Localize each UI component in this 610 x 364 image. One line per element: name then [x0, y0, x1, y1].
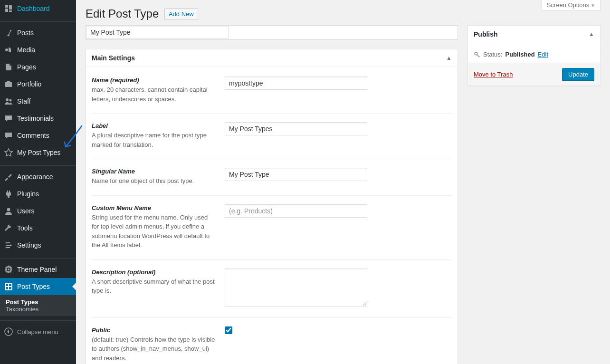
- main-settings-box: Main Settings ▲ Name (required) max. 20 …: [86, 49, 458, 364]
- sidebar-item-appearance[interactable]: Appearance: [0, 168, 76, 185]
- dashboard-icon: [4, 4, 13, 13]
- singular-name-desc: Name for one object of this post type.: [92, 177, 194, 184]
- page-title: Edit Post Type: [86, 0, 159, 25]
- star-icon: [4, 148, 13, 157]
- sidebar-item-media[interactable]: Media: [0, 41, 76, 58]
- custom-menu-name-input[interactable]: [225, 204, 367, 218]
- pin-icon: [4, 28, 13, 38]
- sidebar-item-label: Portfolio: [17, 80, 41, 88]
- sidebar-item-dashboard[interactable]: Dashboard: [0, 0, 76, 17]
- sidebar-item-theme-panel[interactable]: Theme Panel: [0, 261, 76, 278]
- singular-name-label: Singular Name: [92, 168, 215, 175]
- sidebar-item-label: Settings: [17, 241, 41, 249]
- collapse-icon: [4, 327, 13, 336]
- sidebar-item-label: Dashboard: [17, 4, 50, 13]
- custom-menu-name-label: Custom Menu Name: [92, 204, 215, 211]
- testimonials-icon: [4, 114, 13, 123]
- sidebar-item-testimonials[interactable]: Testimonials: [0, 110, 76, 127]
- portfolio-icon: [4, 79, 13, 89]
- toggle-box-icon[interactable]: ▲: [446, 55, 452, 61]
- description-desc: A short descriptive summary of what the …: [92, 278, 215, 295]
- update-button[interactable]: Update: [562, 68, 594, 81]
- label-label: Label: [92, 122, 215, 129]
- toggle-box-icon[interactable]: ▲: [589, 31, 594, 38]
- description-label: Description (optional): [92, 268, 215, 276]
- sidebar-item-users[interactable]: Users: [0, 202, 76, 220]
- label-desc: A plural descriptive name for the post t…: [92, 132, 207, 148]
- sidebar-item-post-types[interactable]: Post Types: [0, 278, 76, 295]
- name-input[interactable]: [225, 77, 367, 90]
- key-icon: [474, 51, 480, 58]
- sidebar-item-label: Tools: [17, 224, 33, 232]
- singular-name-input[interactable]: [225, 168, 367, 181]
- admin-sidebar: Dashboard Posts Media Pages Portfolio St…: [0, 0, 76, 364]
- screen-options-button[interactable]: Screen Options: [542, 0, 600, 11]
- sidebar-item-my-post-types[interactable]: My Post Types: [0, 144, 76, 161]
- public-checkbox[interactable]: [225, 326, 232, 334]
- sidebar-item-label: Comments: [17, 131, 49, 140]
- svg-point-7: [6, 242, 7, 244]
- svg-point-5: [10, 117, 10, 118]
- sidebar-item-tools[interactable]: Tools: [0, 220, 76, 237]
- media-icon: [4, 45, 13, 55]
- comments-icon: [4, 131, 13, 140]
- svg-point-9: [6, 247, 7, 249]
- public-label: Public: [92, 326, 215, 334]
- sidebar-item-label: Pages: [17, 63, 36, 71]
- sidebar-item-comments[interactable]: Comments: [0, 127, 76, 144]
- tools-icon: [4, 223, 13, 233]
- grid-icon: [4, 282, 13, 291]
- main-settings-heading: Main Settings: [92, 54, 135, 62]
- svg-point-0: [5, 48, 8, 51]
- name-desc: max. 20 characters, cannot contain capit…: [92, 86, 208, 103]
- title-field-wrap: [86, 25, 458, 39]
- sidebar-item-label: Posts: [17, 29, 34, 37]
- sidebar-item-posts[interactable]: Posts: [0, 24, 76, 41]
- settings-icon: [4, 240, 13, 250]
- description-input[interactable]: [225, 268, 367, 307]
- status-label: Status:: [483, 51, 502, 58]
- sidebar-item-label: Users: [17, 207, 35, 215]
- plugins-icon: [4, 189, 13, 199]
- sidebar-item-label: Appearance: [17, 172, 53, 181]
- sidebar-submenu: Post Types Taxonomies: [0, 295, 76, 316]
- submenu-taxonomies[interactable]: Taxonomies: [0, 306, 76, 313]
- sidebar-item-label: Staff: [17, 97, 31, 105]
- svg-point-3: [7, 117, 8, 118]
- sidebar-item-label: My Post Types: [17, 148, 61, 157]
- svg-point-2: [10, 99, 12, 102]
- svg-point-6: [7, 208, 10, 211]
- post-type-title-input[interactable]: [86, 26, 229, 39]
- gear-icon: [4, 265, 13, 274]
- sidebar-item-label: Theme Panel: [17, 265, 57, 274]
- svg-point-1: [6, 98, 9, 101]
- svg-point-4: [8, 117, 9, 118]
- sidebar-item-label: Testimonials: [17, 114, 54, 123]
- label-input[interactable]: [225, 122, 367, 135]
- custom-menu-name-desc: String used for the menu name. Only used…: [92, 214, 210, 249]
- sidebar-item-label: Media: [17, 46, 35, 54]
- sidebar-item-pages[interactable]: Pages: [0, 58, 76, 76]
- move-to-trash-link[interactable]: Move to Trash: [474, 71, 513, 78]
- collapse-menu[interactable]: Collapse menu: [0, 323, 76, 340]
- sidebar-item-label: Plugins: [17, 190, 39, 198]
- sidebar-item-portfolio[interactable]: Portfolio: [0, 76, 76, 93]
- users-icon: [4, 206, 13, 216]
- name-label: Name (required): [92, 77, 215, 84]
- page-icon: [4, 62, 13, 72]
- collapse-label: Collapse menu: [17, 328, 58, 335]
- publish-heading: Publish: [474, 30, 498, 38]
- sidebar-item-settings[interactable]: Settings: [0, 237, 76, 254]
- sidebar-item-staff[interactable]: Staff: [0, 93, 76, 110]
- svg-point-8: [10, 245, 12, 246]
- sidebar-item-label: Post Types: [17, 282, 50, 291]
- publish-box: Publish ▲ Status: Published Edit Move to…: [467, 25, 600, 86]
- sidebar-item-plugins[interactable]: Plugins: [0, 185, 76, 202]
- staff-icon: [4, 96, 13, 106]
- add-new-button[interactable]: Add New: [164, 8, 198, 20]
- appearance-icon: [4, 172, 13, 182]
- edit-status-link[interactable]: Edit: [538, 51, 548, 58]
- public-desc: (default: true) Controls how the type is…: [92, 336, 215, 362]
- status-value: Published: [505, 51, 534, 58]
